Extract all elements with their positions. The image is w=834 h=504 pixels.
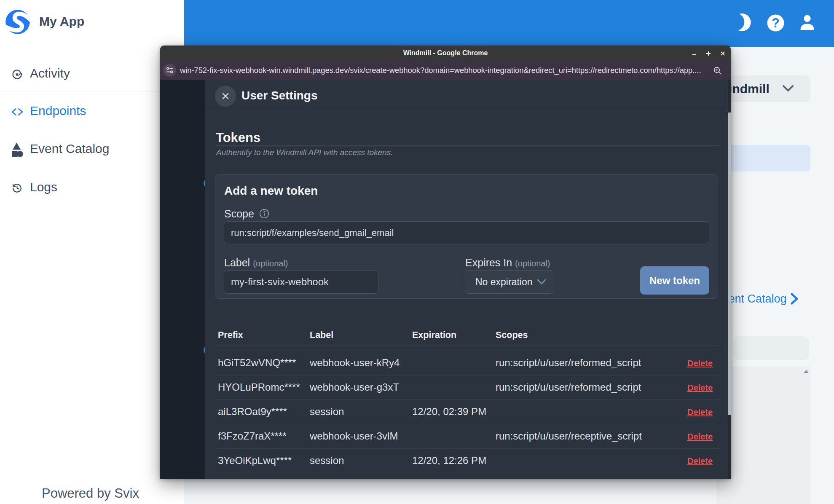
svg-text:?: ? — [772, 16, 780, 30]
